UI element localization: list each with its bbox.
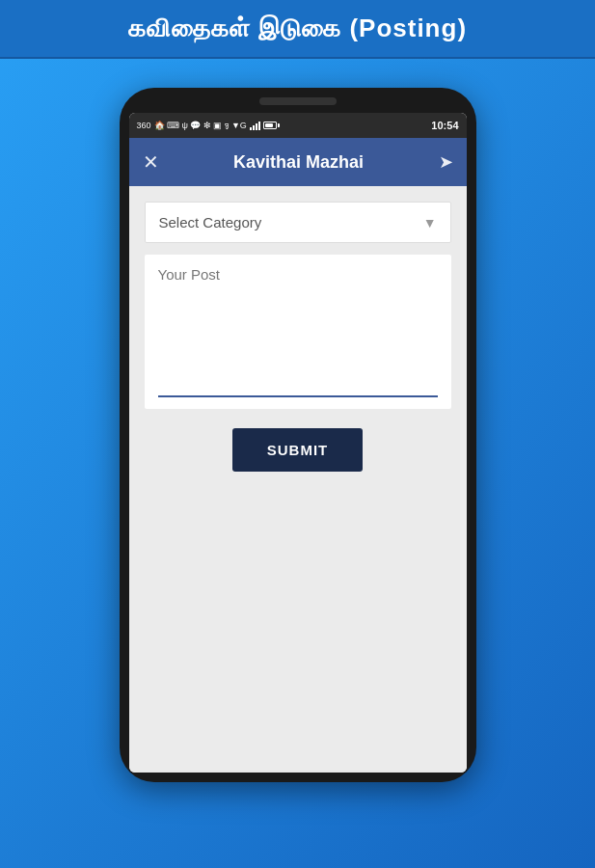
phone-frame: 360 🏠 ⌨ ψ 💬 ❇ ▣ ꬶ ▼G 10:54 ✕ Kavithai Ma… (120, 88, 476, 782)
app-bar-title: Kavithai Mazhai (159, 152, 439, 173)
send-button[interactable]: ➤ (439, 151, 453, 173)
status-icons: 🏠 ⌨ ψ 💬 ❇ ▣ ꬶ (154, 121, 229, 130)
screen-content: Select Category ▼ SUBMIT (129, 186, 467, 773)
submit-button[interactable]: SUBMIT (232, 428, 364, 472)
status-bar: 360 🏠 ⌨ ψ 💬 ❇ ▣ ꬶ ▼G 10:54 (129, 113, 467, 138)
status-left-icons: 360 🏠 ⌨ ψ 💬 ❇ ▣ ꬶ ▼G (137, 121, 277, 130)
app-title: கவிதைகள் இடுகை (Posting) (128, 14, 467, 43)
status-time: 10:54 (431, 120, 458, 131)
signal-bars (250, 121, 260, 130)
chevron-down-icon: ▼ (423, 215, 437, 231)
app-bar: ✕ Kavithai Mazhai ➤ (129, 138, 467, 186)
close-button[interactable]: ✕ (143, 150, 159, 174)
category-label: Select Category (159, 214, 262, 231)
phone-speaker (259, 97, 337, 105)
battery-icon (263, 122, 277, 129)
post-area (145, 255, 451, 409)
app-header: கவிதைகள் இடுகை (Posting) (0, 0, 595, 59)
post-input[interactable] (158, 266, 438, 382)
post-underline (158, 395, 438, 397)
category-selector[interactable]: Select Category ▼ (145, 202, 451, 243)
wifi-icon: ▼G (231, 121, 247, 130)
network-label: 360 (137, 121, 151, 130)
phone-screen: 360 🏠 ⌨ ψ 💬 ❇ ▣ ꬶ ▼G 10:54 ✕ Kavithai Ma… (129, 113, 467, 773)
